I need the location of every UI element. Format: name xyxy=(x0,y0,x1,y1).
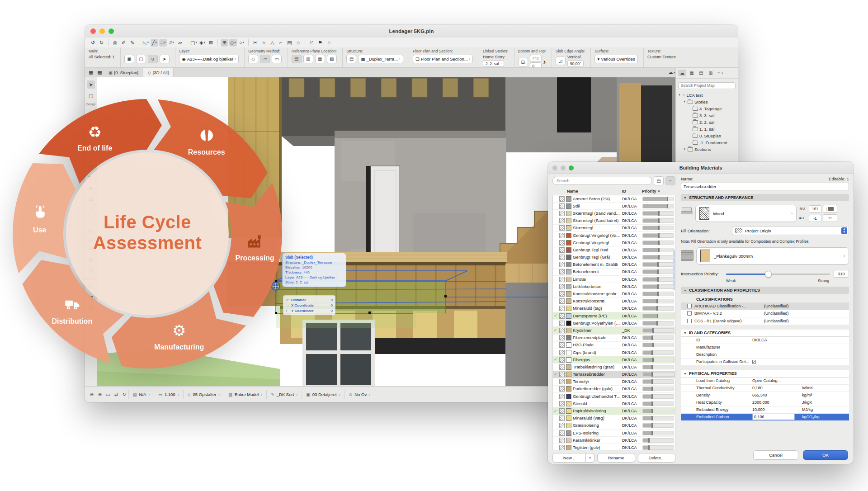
trace-reference-icon[interactable]: ◈▾ xyxy=(198,39,206,47)
composite-selector[interactable]: ▩ _Duplex_Terra...› xyxy=(358,55,403,63)
material-row[interactable]: Træbeklædning (gran) DK/LCA xyxy=(553,364,675,371)
material-row[interactable]: Stål DK/LCA xyxy=(553,203,675,210)
property-value-input[interactable]: 0,106 xyxy=(752,414,795,420)
delete-button[interactable]: Delete... xyxy=(638,453,676,463)
material-row[interactable]: Keramikklinker DK/LCA xyxy=(553,437,675,444)
house-save-icon[interactable]: ⌂ xyxy=(325,39,333,47)
checkbox-icon[interactable] xyxy=(687,319,692,323)
status-item-overrides[interactable]: ⊙ No Ov › xyxy=(344,390,374,399)
pen-icon[interactable]: ✎ xyxy=(128,39,136,47)
layout-book-icon[interactable]: ▤ xyxy=(697,70,705,76)
bottom-offset-field[interactable]: 0 xyxy=(530,62,542,68)
material-row[interactable]: Genbrugt Vingetegl DK/LCA xyxy=(553,239,675,246)
magnet-icon[interactable]: ∪ xyxy=(148,55,158,63)
refplane-core-bottom-icon[interactable]: ▧ xyxy=(327,55,337,63)
status-item-view-settings[interactable]: ◇ 05 Opstalter › xyxy=(183,390,224,399)
material-row[interactable]: Skærmtegl (Sand vandret) DK/LCA xyxy=(553,210,675,217)
flag-icon[interactable]: ⚐ xyxy=(308,39,316,47)
guide-lines-icon[interactable]: ◺▾ xyxy=(142,39,150,47)
flag-fill-icon[interactable]: ⚑ xyxy=(316,39,324,47)
collapse-icon[interactable]: ▼ xyxy=(684,196,687,199)
intersection-priority-value[interactable]: 310 xyxy=(834,270,849,278)
geometry-slanted-icon[interactable]: ▱ xyxy=(260,55,270,63)
property-row-embodied-energy[interactable]: Embodied Energy 10,000 MJ/kg xyxy=(681,406,849,414)
geometry-box-icon[interactable]: ▭ xyxy=(272,55,282,63)
structure-appearance-header[interactable]: ▼ STRUCTURE AND APPEARANCE xyxy=(681,194,849,201)
edit-plane-icon[interactable]: ⊞ xyxy=(221,39,228,47)
cut-fill-button[interactable]: Wood › xyxy=(695,205,797,222)
floorplan-display-selector[interactable]: ❏ Floor Plan and Section...› xyxy=(413,55,473,63)
property-row[interactable]: Participates in Collision Det... ✓ xyxy=(681,359,849,366)
resize-icon[interactable]: ▤ xyxy=(286,39,293,47)
arrow-tool-icon[interactable]: ➤ xyxy=(87,80,95,89)
geometry-polygon-icon[interactable]: ◇ xyxy=(248,55,258,63)
adjust-icon[interactable]: ≈ xyxy=(260,39,268,47)
materials-columns[interactable]: Name ID Priority▼ xyxy=(552,187,675,195)
virtual-trace-icon[interactable]: ⊠ xyxy=(207,39,215,47)
material-row[interactable]: Armeret Beton (2%) DK/LCA xyxy=(553,195,675,203)
ok-button[interactable]: OK xyxy=(803,450,848,460)
property-row[interactable]: Manufacturer xyxy=(681,344,849,351)
intersection-priority-slider[interactable] xyxy=(726,271,830,277)
material-row[interactable]: Genbrugt Tegl Rød DK/LCA xyxy=(553,246,675,254)
material-row[interactable]: Termofyr DK/LCA xyxy=(553,378,675,386)
new-folder-icon[interactable]: ▤ xyxy=(654,176,664,185)
material-row[interactable]: Betonelement m. Grafitti DK/LCA xyxy=(553,261,675,269)
material-row[interactable]: ✓ Fibergips DK/LCA xyxy=(553,356,675,364)
structure-type-icon[interactable]: ▤ xyxy=(346,55,356,63)
material-row[interactable]: H2O-Plade DK/LCA xyxy=(553,342,675,349)
material-row[interactable]: Limtræ DK/LCA xyxy=(553,276,675,283)
checkbox-checked-icon[interactable]: ✓ xyxy=(752,360,756,364)
material-row[interactable]: Betonelement DK/LCA xyxy=(553,269,675,276)
search-input[interactable] xyxy=(678,82,736,89)
classification-row[interactable]: BIM7AA - V.3.2 (Unclassified) xyxy=(681,310,849,318)
tree-item[interactable]: ▾⌂LCA test xyxy=(676,92,738,99)
navigator-search[interactable] xyxy=(678,80,736,89)
material-row[interactable]: EPS-Isolering DK/LCA xyxy=(553,430,675,437)
arrow-icon[interactable]: ➤ xyxy=(160,55,170,63)
material-row[interactable]: Genbrugt Tegl (Grå) DK/LCA xyxy=(553,254,675,261)
material-row[interactable]: Konstruktionstræ DK/LCA xyxy=(553,298,675,305)
refplane-top-icon[interactable]: ▤ xyxy=(292,55,302,63)
project-map-icon[interactable]: ☁ xyxy=(678,70,686,76)
status-item-scale[interactable]: ▭ 1:100 › xyxy=(154,390,183,399)
checkbox-icon[interactable] xyxy=(687,304,692,308)
material-row[interactable]: Stenuld DK/LCA xyxy=(553,400,675,407)
new-button[interactable]: New... ▾ xyxy=(552,453,594,463)
status-item-model-view-options[interactable]: ▣ 03 Detaljeret › xyxy=(302,390,344,399)
material-row[interactable]: Fibercementplade DK/LCA xyxy=(553,335,675,342)
tab-grid-icon[interactable]: ▦ xyxy=(96,69,104,76)
marquee-icon[interactable]: ▢▾ xyxy=(190,39,198,47)
disclosure-icon[interactable]: ▾ xyxy=(683,100,686,104)
property-row-density[interactable]: Density 665,340 kg/m³ xyxy=(681,392,849,399)
background-pen-field[interactable]: -1 xyxy=(809,215,821,222)
tree-item[interactable]: 3. 3. sal xyxy=(676,112,738,119)
material-row[interactable]: ✓ Terrassebrædder DK/LCA xyxy=(553,371,675,378)
tree-item[interactable]: 0. Stueplan xyxy=(676,132,738,139)
pick-up-parameters-icon[interactable]: ◎ xyxy=(111,39,119,47)
fill-pen-field[interactable]: 161 xyxy=(809,205,821,212)
disclosure-icon[interactable]: ▾ xyxy=(683,147,686,151)
material-row[interactable]: Skærmtegl (Sand lodret) DK/LCA xyxy=(553,217,675,225)
material-row[interactable]: Gips (brand) DK/LCA xyxy=(553,349,675,356)
material-name-input[interactable] xyxy=(681,183,849,190)
fit-in-window-icon[interactable]: ▭ xyxy=(104,391,112,398)
materials-search-input[interactable] xyxy=(552,177,652,185)
inject-parameters-icon[interactable]: ✐ xyxy=(120,39,127,47)
publisher-icon[interactable]: ▥ xyxy=(707,70,715,76)
tree-item[interactable]: 4. Tagetage xyxy=(676,105,738,112)
status-item-layer-combination[interactable]: ▨ Entire Model › xyxy=(224,390,266,399)
property-row-load-from-catalog[interactable]: Load from Catalog Open Catalog... xyxy=(681,378,849,385)
collapse-icon[interactable]: ▼ xyxy=(684,372,687,375)
physical-properties-header[interactable]: ▼ PHYSICAL PROPERTIES xyxy=(681,370,849,378)
material-row[interactable]: Mineraluld (væg) DK/LCA xyxy=(553,415,675,422)
material-row[interactable]: Konstruktionstræ genbrug DK/LCA xyxy=(553,290,675,297)
top-offset-field[interactable]: 440 xyxy=(530,55,542,61)
view-map-icon[interactable]: ▦ xyxy=(688,70,696,76)
refplane-core-top-icon[interactable]: ▦ xyxy=(315,55,325,63)
tree-item[interactable]: -1. Fundament xyxy=(676,139,738,146)
checkbox-icon[interactable] xyxy=(687,311,692,316)
tab-overview-icon[interactable]: ▦ xyxy=(87,69,95,76)
tab-floor-plan[interactable]: ▣ [0. Stueplan] xyxy=(104,68,143,77)
snap-points-icon[interactable]: ∴▾ xyxy=(159,39,167,47)
